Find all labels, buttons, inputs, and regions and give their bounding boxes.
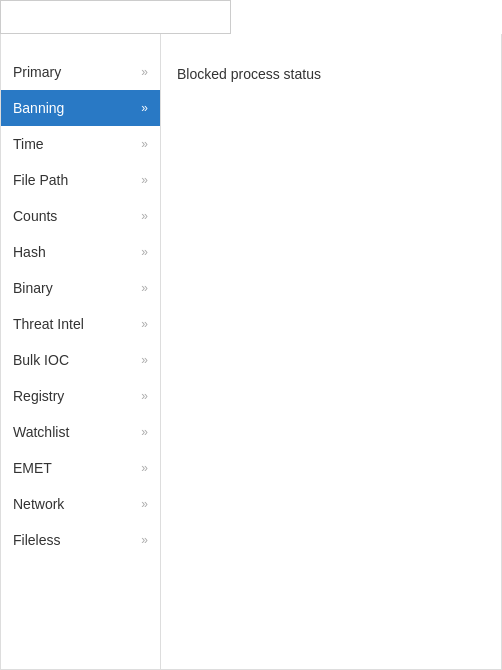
sidebar-item-label: Threat Intel xyxy=(13,316,84,332)
sidebar-item-threat-intel[interactable]: Threat Intel» xyxy=(1,306,160,342)
sidebar-item-arrow: » xyxy=(141,137,148,151)
sidebar-item-network[interactable]: Network» xyxy=(1,486,160,522)
sidebar-item-label: Binary xyxy=(13,280,53,296)
sidebar-item-label: Bulk IOC xyxy=(13,352,69,368)
sidebar-item-registry[interactable]: Registry» xyxy=(1,378,160,414)
sidebar-item-arrow: » xyxy=(141,65,148,79)
sidebar-item-banning[interactable]: Banning» xyxy=(1,90,160,126)
sidebar-item-label: File Path xyxy=(13,172,68,188)
sidebar-item-label: Primary xyxy=(13,64,61,80)
sidebar-item-label: Time xyxy=(13,136,44,152)
sidebar-item-arrow: » xyxy=(141,425,148,439)
main-container: Primary»Banning»Time»File Path»Counts»Ha… xyxy=(0,34,502,670)
sidebar-item-primary[interactable]: Primary» xyxy=(1,54,160,90)
criteria-item-blocked-process-status[interactable]: Blocked process status xyxy=(177,62,485,86)
sidebar-item-arrow: » xyxy=(141,209,148,223)
sidebar-item-arrow: » xyxy=(141,497,148,511)
sidebar-item-watchlist[interactable]: Watchlist» xyxy=(1,414,160,450)
sidebar-item-arrow: » xyxy=(141,173,148,187)
sidebar-item-time[interactable]: Time» xyxy=(1,126,160,162)
sidebar-item-arrow: » xyxy=(141,317,148,331)
sidebar-item-file-path[interactable]: File Path» xyxy=(1,162,160,198)
sidebar-item-arrow: » xyxy=(141,281,148,295)
sidebar-item-arrow: » xyxy=(141,353,148,367)
sidebar-item-counts[interactable]: Counts» xyxy=(1,198,160,234)
sidebar-item-label: Hash xyxy=(13,244,46,260)
sidebar-item-hash[interactable]: Hash» xyxy=(1,234,160,270)
sidebar-item-arrow: » xyxy=(141,533,148,547)
sidebar-item-label: Watchlist xyxy=(13,424,69,440)
sidebar-item-arrow: » xyxy=(141,461,148,475)
sidebar-item-label: Network xyxy=(13,496,64,512)
sidebar-item-arrow: » xyxy=(141,389,148,403)
sidebar-item-label: Counts xyxy=(13,208,57,224)
sidebar-item-fileless[interactable]: Fileless» xyxy=(1,522,160,558)
sidebar-item-label: Banning xyxy=(13,100,64,116)
choose-criteria-dropdown[interactable] xyxy=(0,0,231,34)
sidebar: Primary»Banning»Time»File Path»Counts»Ha… xyxy=(1,34,161,669)
sidebar-item-arrow: » xyxy=(141,245,148,259)
sidebar-item-label: Fileless xyxy=(13,532,60,548)
sidebar-item-arrow: » xyxy=(141,101,148,115)
sidebar-item-bulk-ioc[interactable]: Bulk IOC» xyxy=(1,342,160,378)
sidebar-item-binary[interactable]: Binary» xyxy=(1,270,160,306)
sidebar-item-label: EMET xyxy=(13,460,52,476)
content-area: Blocked process status xyxy=(161,34,501,669)
sidebar-item-emet[interactable]: EMET» xyxy=(1,450,160,486)
sidebar-item-label: Registry xyxy=(13,388,64,404)
sidebar-header xyxy=(1,34,160,54)
